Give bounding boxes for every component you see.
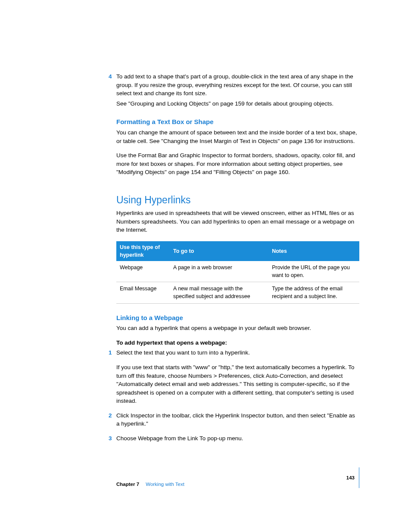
step-1-text-2: If you use text that starts with "www" o… [116, 363, 359, 405]
page-number: 143 [346, 474, 355, 482]
footer-rule-icon [359, 467, 359, 488]
cell-goto: A page in a web browser [170, 261, 268, 282]
cell-notes: Type the address of the email recipient … [268, 282, 359, 303]
step-1-text-1: Select the text that you want to turn in… [116, 348, 359, 357]
hyperlink-types-table: Use this type of hyperlink To go to Note… [116, 241, 359, 304]
linking-steps: 1 Select the text that you want to turn … [116, 348, 359, 442]
hyperlinks-intro: Hyperlinks are used in spreadsheets that… [116, 209, 359, 234]
step-4-text-2: See "Grouping and Locking Objects" on pa… [116, 100, 359, 108]
step-number-1: 1 [109, 348, 112, 357]
heading-using-hyperlinks: Using Hyperlinks [116, 193, 359, 207]
list-item: 3 Choose Webpage from the Link To pop-up… [116, 434, 359, 443]
footer-left: Chapter 7 Working with Text [116, 481, 184, 488]
formatting-paragraph-2: Use the Format Bar and Graphic Inspector… [116, 151, 359, 177]
step-4-text-1: To add text to a shape that's part of a … [116, 72, 359, 98]
step-2-text: Click Inspector in the toolbar, click th… [116, 411, 359, 428]
col-header-goto: To go to [170, 241, 268, 261]
step-number-3: 3 [109, 434, 112, 443]
document-page: 4 To add text to a shape that's part of … [0, 0, 411, 532]
procedure-lead: To add hypertext that opens a webpage: [116, 339, 359, 347]
linking-intro: You can add a hyperlink that opens a web… [116, 324, 359, 333]
cell-type: Email Message [116, 282, 170, 303]
cell-notes: Provide the URL of the page you want to … [268, 261, 359, 282]
step-number-4: 4 [109, 72, 112, 81]
step-number-2: 2 [109, 411, 112, 420]
table-row: Email Message A new mail message with th… [116, 282, 359, 303]
footer-right: 143 [346, 467, 359, 488]
cell-type: Webpage [116, 261, 170, 282]
table-header-row: Use this type of hyperlink To go to Note… [116, 241, 359, 261]
col-header-type: Use this type of hyperlink [116, 241, 170, 261]
chapter-title: Working with Text [146, 482, 184, 487]
heading-formatting: Formatting a Text Box or Shape [116, 117, 359, 127]
col-header-notes: Notes [268, 241, 359, 261]
chapter-label: Chapter 7 [116, 482, 139, 487]
page-footer: Chapter 7 Working with Text 143 [116, 467, 359, 488]
step-4-block: 4 To add text to a shape that's part of … [116, 72, 359, 108]
table-row: Webpage A page in a web browser Provide … [116, 261, 359, 282]
cell-goto: A new mail message with the specified su… [170, 282, 268, 303]
heading-linking-webpage: Linking to a Webpage [116, 313, 359, 323]
list-item: 4 To add text to a shape that's part of … [116, 72, 359, 108]
list-item: 1 Select the text that you want to turn … [116, 348, 359, 405]
step-3-text: Choose Webpage from the Link To pop-up m… [116, 434, 359, 443]
list-item: 2 Click Inspector in the toolbar, click … [116, 411, 359, 428]
formatting-paragraph-1: You can change the amount of space betwe… [116, 128, 359, 145]
